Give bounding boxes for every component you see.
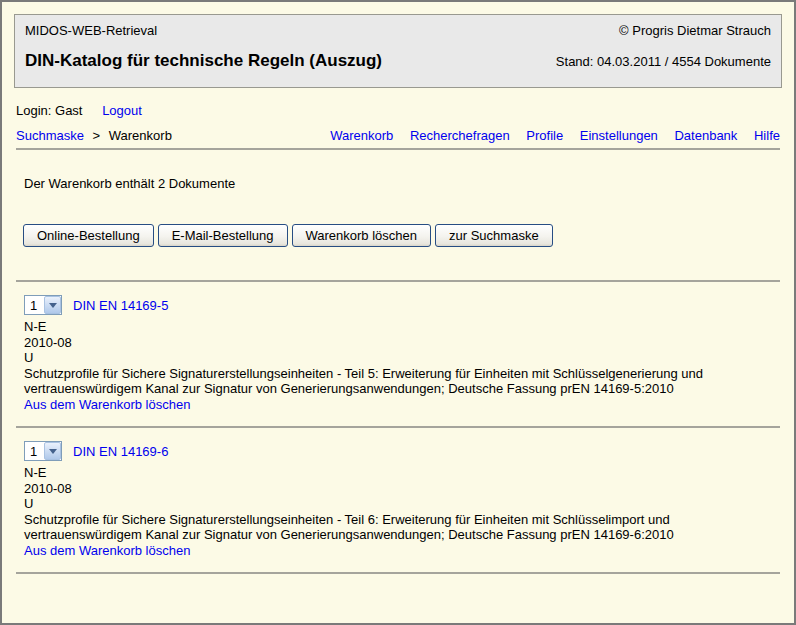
- quantity-value: 1: [25, 298, 37, 313]
- remove-from-cart-link[interactable]: Aus dem Warenkorb löschen: [24, 543, 190, 558]
- document-number-link[interactable]: DIN EN 14169-6: [73, 444, 168, 459]
- cart-summary: Der Warenkorb enthält 2 Dokumente: [24, 176, 794, 191]
- item-type: N-E: [24, 465, 776, 481]
- cart-actions: Online-Bestellung E-Mail-Bestellung Ware…: [23, 224, 794, 247]
- login-row: Login: Gast Logout: [16, 103, 780, 118]
- divider-above-items: [16, 280, 780, 282]
- nav-row: Suchmaske > Warenkorb Warenkorb Recherch…: [16, 128, 780, 143]
- breadcrumb: Suchmaske > Warenkorb: [16, 128, 172, 143]
- header-title-row: DIN-Katalog für technische Regeln (Auszu…: [25, 51, 771, 71]
- breadcrumb-separator: >: [93, 128, 101, 143]
- divider-between-items: [16, 426, 780, 428]
- breadcrumb-suchmaske-link[interactable]: Suchmaske: [16, 128, 84, 143]
- app-title: MIDOS-WEB-Retrieval: [25, 23, 157, 38]
- quantity-select[interactable]: 1: [24, 295, 62, 315]
- email-order-button[interactable]: E-Mail-Bestellung: [158, 224, 288, 247]
- document-number-link[interactable]: DIN EN 14169-5: [73, 298, 168, 313]
- nav-links: Warenkorb Recherchefragen Profile Einste…: [317, 128, 780, 143]
- status-text: Stand: 04.03.2011 / 4554 Dokumente: [556, 54, 771, 69]
- item-type: N-E: [24, 319, 776, 335]
- item-flag: U: [24, 350, 776, 366]
- nav-item-profile[interactable]: Profile: [526, 128, 563, 143]
- item-title: Schutzprofile für Sichere Signaturerstel…: [24, 512, 776, 543]
- nav-item-hilfe[interactable]: Hilfe: [754, 128, 780, 143]
- footer-space: [2, 574, 794, 614]
- item-head: 1 DIN EN 14169-5: [24, 295, 776, 315]
- copyright-text: © Progris Dietmar Strauch: [619, 23, 771, 38]
- nav-item-recherchefragen[interactable]: Recherchefragen: [410, 128, 510, 143]
- online-order-button[interactable]: Online-Bestellung: [23, 224, 154, 247]
- divider-top: [16, 148, 780, 150]
- to-search-button[interactable]: zur Suchmaske: [435, 224, 553, 247]
- nav-item-warenkorb[interactable]: Warenkorb: [330, 128, 393, 143]
- login-label: Login: Gast: [16, 103, 83, 118]
- chevron-down-icon: [44, 442, 61, 460]
- chevron-down-icon: [44, 296, 61, 314]
- header: MIDOS-WEB-Retrieval © Progris Dietmar St…: [14, 14, 782, 88]
- quantity-value: 1: [25, 444, 37, 459]
- item-head: 1 DIN EN 14169-6: [24, 441, 776, 461]
- page-title: DIN-Katalog für technische Regeln (Auszu…: [25, 51, 382, 71]
- item-date: 2010-08: [24, 481, 776, 497]
- header-top-row: MIDOS-WEB-Retrieval © Progris Dietmar St…: [25, 23, 771, 38]
- quantity-select[interactable]: 1: [24, 441, 62, 461]
- cart-item: 1 DIN EN 14169-5 N-E 2010-08 U Schutzpro…: [24, 295, 776, 412]
- logout-link[interactable]: Logout: [102, 103, 142, 118]
- cart-item: 1 DIN EN 14169-6 N-E 2010-08 U Schutzpro…: [24, 441, 776, 558]
- breadcrumb-current: Warenkorb: [109, 128, 172, 143]
- remove-from-cart-link[interactable]: Aus dem Warenkorb löschen: [24, 397, 190, 412]
- page: MIDOS-WEB-Retrieval © Progris Dietmar St…: [0, 0, 796, 625]
- nav-item-datenbank[interactable]: Datenbank: [674, 128, 737, 143]
- clear-cart-button[interactable]: Warenkorb löschen: [292, 224, 432, 247]
- nav-item-einstellungen[interactable]: Einstellungen: [580, 128, 658, 143]
- item-flag: U: [24, 496, 776, 512]
- item-date: 2010-08: [24, 335, 776, 351]
- item-title: Schutzprofile für Sichere Signaturerstel…: [24, 366, 776, 397]
